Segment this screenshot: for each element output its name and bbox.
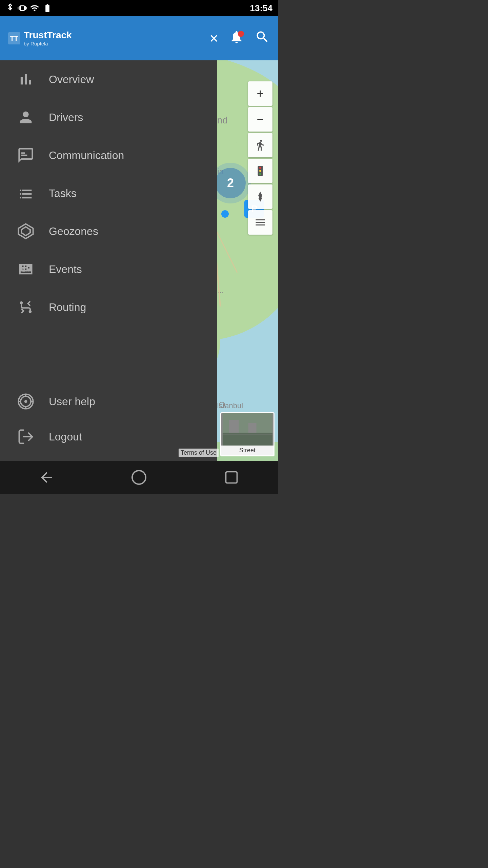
svg-point-37 [259, 170, 261, 172]
nav-item-user-help[interactable]: User help [0, 384, 217, 419]
svg-marker-22 [21, 227, 30, 236]
svg-point-18 [238, 31, 244, 37]
person-icon [16, 108, 35, 127]
svg-point-25 [20, 301, 23, 304]
nav-label-communication: Communication [49, 149, 124, 162]
battery-icon [42, 3, 53, 13]
traffic-button[interactable] [248, 159, 272, 183]
logo-icon: TT [8, 32, 20, 44]
help-icon [16, 392, 35, 411]
app-subtitle: by Ruptela [24, 41, 72, 46]
logo-area: TT TrustTrack by Ruptela [8, 30, 72, 46]
back-arrow-icon [38, 469, 55, 486]
zoom-out-button[interactable]: − [248, 107, 272, 132]
recents-button[interactable] [218, 464, 245, 491]
svg-point-36 [259, 167, 261, 169]
street-view-image [221, 413, 274, 446]
north-button[interactable] [248, 184, 272, 209]
nav-label-routing: Routing [49, 301, 86, 314]
nav-item-overview[interactable]: Overview [0, 60, 217, 98]
svg-point-38 [259, 173, 261, 175]
nav-label-logout: Logout [49, 431, 82, 443]
header-icons: × [209, 29, 270, 47]
search-icon[interactable] [255, 29, 270, 47]
bar-chart-icon [16, 70, 35, 89]
nav-label-tasks: Tasks [49, 187, 77, 200]
events-icon: B A [16, 260, 35, 279]
svg-rect-41 [222, 433, 272, 446]
nav-label-user-help: User help [49, 395, 95, 408]
close-button[interactable]: × [209, 30, 218, 47]
street-view-person-button[interactable] [248, 133, 272, 157]
svg-point-26 [29, 310, 32, 313]
terms-of-use[interactable]: Terms of Use [179, 449, 219, 457]
street-view-label: Street [221, 446, 273, 455]
svg-point-39 [259, 195, 262, 198]
status-icons [5, 3, 53, 13]
svg-text:TT: TT [10, 35, 18, 42]
nav-item-drivers[interactable]: Drivers [0, 98, 217, 136]
logout-icon [16, 427, 35, 446]
street-view-thumbnail[interactable]: Street [220, 412, 274, 456]
svg-rect-20 [21, 155, 27, 156]
svg-rect-44 [248, 423, 256, 433]
status-time-area: 13:54 [250, 3, 273, 14]
nav-item-geozones[interactable]: Geozones [0, 212, 217, 250]
svg-point-29 [24, 400, 27, 403]
nav-label-geozones: Geozones [49, 225, 98, 238]
sidebar: Overview Drivers Communication Tasks [0, 16, 217, 461]
map-controls: + − [248, 81, 272, 235]
nav-spacer [0, 326, 217, 384]
circle-icon [131, 469, 147, 486]
nav-item-tasks[interactable]: Tasks [0, 174, 217, 212]
vibrate-icon [18, 3, 27, 13]
list-icon [16, 184, 35, 203]
zoom-in-button[interactable]: + [248, 81, 272, 106]
status-bar: 13:54 [0, 0, 278, 16]
svg-rect-19 [21, 152, 25, 154]
nav-item-events[interactable]: B A Events [0, 250, 217, 288]
svg-rect-46 [226, 472, 237, 483]
notification-icon[interactable] [229, 29, 244, 47]
cluster-count: 2 [215, 168, 246, 198]
square-icon [224, 470, 239, 485]
app-name: TrustTrack [24, 30, 72, 41]
bottom-navigation [0, 461, 278, 494]
svg-rect-43 [229, 420, 239, 433]
svg-text:A: A [26, 267, 29, 273]
nav-label-events: Events [49, 263, 82, 276]
bluetooth-icon [5, 3, 15, 13]
scale-button[interactable] [248, 210, 272, 235]
chat-icon [16, 146, 35, 165]
map-dot [221, 210, 229, 218]
nav-label-drivers: Drivers [49, 111, 83, 124]
time-display: 13:54 [250, 3, 273, 14]
wifi-icon [30, 3, 39, 13]
back-button[interactable] [33, 464, 60, 491]
svg-point-45 [132, 471, 146, 484]
geozone-icon [16, 222, 35, 241]
home-button[interactable] [125, 464, 152, 491]
nav-item-communication[interactable]: Communication [0, 136, 217, 174]
svg-text:B: B [22, 267, 26, 273]
logo-text-area: TrustTrack by Ruptela [24, 30, 72, 46]
nav-item-routing[interactable]: Routing [0, 288, 217, 326]
routing-icon [16, 298, 35, 317]
header: TT TrustTrack by Ruptela × [0, 16, 278, 60]
nav-label-overview: Overview [49, 73, 94, 86]
